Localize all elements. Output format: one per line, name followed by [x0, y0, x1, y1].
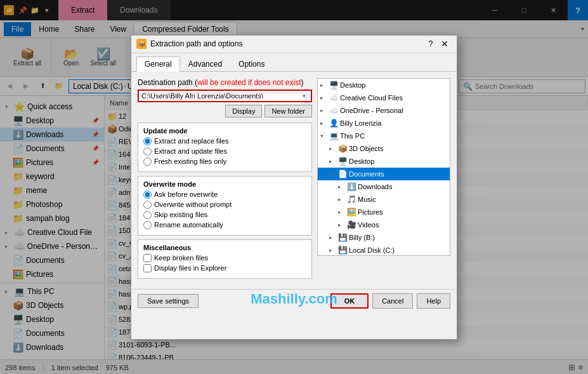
misc-section: Miscellaneous Keep broken files Display … [138, 239, 312, 279]
tree-expand-icon: ▸ [329, 158, 337, 164]
modal-overlay: 📦 Extraction path and options ? ✕ Genera… [0, 0, 588, 374]
tree-item[interactable]: ▸ 💾 Billy (B:) [318, 231, 450, 244]
help-button-footer[interactable]: Help [417, 293, 450, 309]
modal-help-icon[interactable]: ? [424, 37, 438, 51]
tree-item-label: This PC [340, 132, 365, 140]
tree-folder-icon: ⬇️ [347, 182, 356, 191]
tree-folder-icon: 💾 [338, 246, 348, 255]
modal-titlebar: 📦 Extraction path and options ? ✕ [131, 36, 457, 53]
tree-item-label: Local Disk (C:) [349, 246, 395, 254]
ok-button[interactable]: OK [330, 293, 369, 309]
tree-item-label: Creative Cloud Files [340, 94, 403, 102]
save-settings-button[interactable]: Save settings [138, 294, 199, 308]
tree-folder-icon: ☁️ [329, 106, 339, 115]
footer-right: OK Cancel Help [330, 293, 450, 309]
dest-label: Destination path (will be created if doe… [138, 78, 312, 87]
radio-extract-update-input[interactable] [143, 147, 152, 156]
tree-item-label: Music [358, 196, 376, 203]
radio-ask-overwrite-input[interactable] [143, 190, 152, 199]
dest-label-highlight: will be created if does not exist [197, 78, 301, 87]
tree-item[interactable]: ▸ ☁️ Creative Cloud Files [318, 91, 450, 104]
tree-item[interactable]: ▸ 🖥️ Desktop [318, 155, 450, 168]
tree-item-label: Billy Lorenzia [340, 119, 381, 127]
display-button[interactable]: Display [225, 105, 262, 117]
tree-item-label: Pictures [358, 208, 383, 216]
check-display-explorer[interactable]: Display files in Explorer [143, 264, 306, 272]
tree-expand-icon: ▸ [320, 107, 328, 114]
radio-extract-update-label: Extract and update files [154, 147, 227, 155]
update-mode-title: Update mode [143, 127, 306, 135]
radio-extract-replace[interactable]: Extract and replace files [143, 137, 306, 145]
modal-close-button[interactable]: ✕ [438, 37, 452, 51]
tree-item[interactable]: ▾ 💻 This PC [318, 130, 450, 142]
check-display-explorer-input[interactable] [143, 264, 152, 272]
tree-expand-icon: ▸ [320, 95, 328, 101]
radio-extract-replace-label: Extract and replace files [154, 137, 228, 145]
tree-expand-icon: ▸ [338, 209, 346, 215]
cancel-button[interactable]: Cancel [372, 293, 413, 309]
modal-icon: 📦 [136, 39, 147, 49]
radio-overwrite-no-prompt-label: Overwrite without prompt [154, 201, 232, 208]
check-keep-broken-input[interactable] [143, 254, 152, 262]
tree-item[interactable]: ▸ 💾 Local Disk (C:) [318, 244, 450, 256]
tree-item[interactable]: ▸ 👤 Billy Lorenzia [318, 117, 450, 130]
new-folder-button[interactable]: New folder [265, 105, 312, 117]
radio-fresh-existing-input[interactable] [143, 157, 152, 166]
tree-folder-icon: 👤 [329, 119, 339, 128]
modal-footer: Save settings OK Cancel Help [131, 289, 457, 312]
tree-expand-icon: ▸ [329, 145, 337, 152]
modal-left-panel: Destination path (will be created if doe… [138, 78, 312, 283]
overwrite-mode-title: Overwrite mode [143, 180, 306, 188]
extraction-modal: 📦 Extraction path and options ? ✕ Genera… [131, 35, 457, 340]
dest-row: ▾ [138, 90, 312, 102]
radio-fresh-existing-label: Fresh existing files only [154, 157, 226, 165]
tree-expand-icon: ▸ [338, 196, 346, 203]
tree-folder-icon: 💾 [338, 233, 348, 242]
radio-skip-existing-input[interactable] [143, 211, 152, 219]
tree-expand-icon: ▸ [320, 82, 328, 88]
tree-item[interactable]: ▸ 🎥 Videos [318, 218, 450, 231]
tree-item[interactable]: ▸ ☁️ OneDrive - Personal [318, 104, 450, 117]
radio-overwrite-no-prompt-input[interactable] [143, 201, 152, 209]
tree-item[interactable]: ▸ 🎵 Music [318, 193, 450, 206]
radio-ask-overwrite[interactable]: Ask before overwrite [143, 190, 306, 199]
radio-rename-auto[interactable]: Rename automatically [143, 221, 306, 229]
tree-item-label: Desktop [340, 81, 365, 89]
radio-overwrite-no-prompt[interactable]: Overwrite without prompt [143, 201, 306, 209]
tree-item-label: OneDrive - Personal [340, 107, 403, 114]
tree-item[interactable]: ▸ 🖥️ Desktop [318, 79, 450, 91]
update-mode-section: Update mode Extract and replace files Ex… [138, 123, 312, 172]
radio-skip-existing[interactable]: Skip existing files [143, 211, 306, 219]
overwrite-mode-section: Overwrite mode Ask before overwrite Over… [138, 176, 312, 236]
dest-dropdown-icon[interactable]: ▾ [299, 93, 308, 99]
tree-item[interactable]: ▸ ⬇️ Downloads [318, 180, 450, 193]
tab-general[interactable]: General [136, 57, 180, 72]
tree-expand-icon: ▸ [329, 247, 337, 253]
tree-item-label: Documents [349, 170, 384, 178]
tree-folder-icon: 📦 [338, 144, 348, 153]
tree-folder-icon: 💻 [329, 131, 339, 140]
radio-extract-update[interactable]: Extract and update files [143, 147, 306, 156]
tab-options[interactable]: Options [230, 57, 273, 71]
tree-expand-icon: ▸ [338, 184, 346, 190]
tree-item[interactable]: ▸ 🖼️ Pictures [318, 206, 450, 218]
dest-input-wrap[interactable]: ▾ [138, 90, 312, 102]
tree-item-label: Videos [358, 221, 379, 229]
tree-expand-icon: ▾ [329, 171, 337, 177]
folder-tree[interactable]: ▸ 🖥️ Desktop▸ ☁️ Creative Cloud Files▸ ☁… [317, 78, 450, 256]
tree-folder-icon: 🖥️ [329, 81, 339, 90]
tree-item-label: Billy (B:) [349, 234, 375, 241]
check-keep-broken[interactable]: Keep broken files [143, 254, 306, 262]
modal-right-panel: ▸ 🖥️ Desktop▸ ☁️ Creative Cloud Files▸ ☁… [317, 78, 450, 283]
tab-advanced[interactable]: Advanced [180, 57, 230, 71]
radio-skip-existing-label: Skip existing files [154, 211, 207, 218]
radio-extract-replace-input[interactable] [143, 137, 152, 145]
misc-title: Miscellaneous [143, 244, 306, 251]
tree-item-label: 3D Objects [349, 145, 383, 152]
radio-rename-auto-input[interactable] [143, 221, 152, 229]
tree-item[interactable]: ▾ 📄 Documents [318, 168, 450, 180]
radio-fresh-existing[interactable]: Fresh existing files only [143, 157, 306, 166]
dest-input[interactable] [141, 92, 299, 100]
tree-item[interactable]: ▸ 📦 3D Objects [318, 142, 450, 155]
modal-title: Extraction path and options [150, 39, 424, 48]
